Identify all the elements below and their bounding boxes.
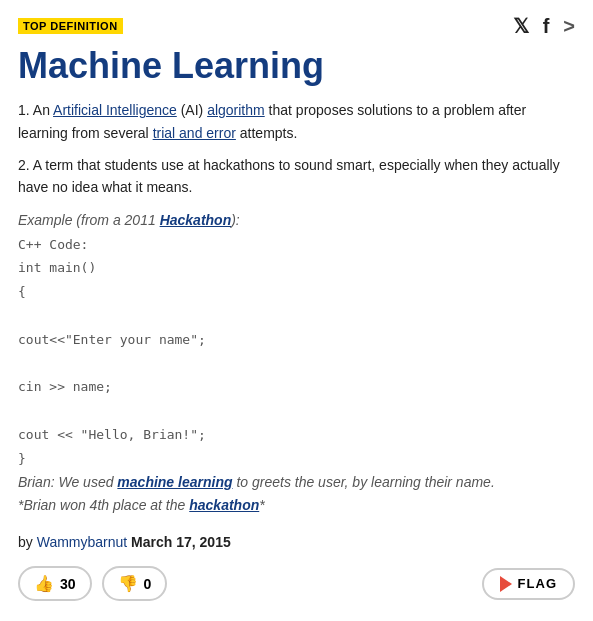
top-bar: TOP DEFINITION 𝕏 f > xyxy=(18,14,575,38)
example-block: Example (from a 2011 Hackathon): C++ Cod… xyxy=(18,209,575,518)
definition-2: 2. A term that students use at hackathon… xyxy=(18,154,575,199)
upvote-count: 30 xyxy=(60,576,76,592)
downvote-count: 0 xyxy=(144,576,152,592)
top-definition-badge: TOP DEFINITION xyxy=(18,18,123,34)
link-trial-and-error[interactable]: trial and error xyxy=(153,125,236,141)
flag-button[interactable]: FLAG xyxy=(482,568,575,600)
by-text: by xyxy=(18,534,33,550)
upvote-button[interactable]: 👍 30 xyxy=(18,566,92,601)
code-line-7: } xyxy=(18,451,26,466)
vote-buttons: 👍 30 👎 0 xyxy=(18,566,167,601)
link-hackathon[interactable]: Hackathon xyxy=(160,212,232,228)
code-line-2: int main() xyxy=(18,260,96,275)
flag-label: FLAG xyxy=(518,576,557,591)
thumbs-up-icon: 👍 xyxy=(34,574,54,593)
author-link[interactable]: Wammybarnut xyxy=(37,534,128,550)
link-machine-learning[interactable]: machine learning xyxy=(117,474,232,490)
downvote-button[interactable]: 👎 0 xyxy=(102,566,168,601)
thumbs-down-icon: 👎 xyxy=(118,574,138,593)
share-icon[interactable]: > xyxy=(563,15,575,38)
link-algorithm[interactable]: algorithm xyxy=(207,102,265,118)
link-artificial-intelligence[interactable]: Artificial Intelligence xyxy=(53,102,177,118)
link-hackathon-2[interactable]: hackathon xyxy=(189,497,259,513)
definition-1: 1. An Artificial Intelligence (AI) algor… xyxy=(18,99,575,144)
code-line-3: { xyxy=(18,284,26,299)
entry-title: Machine Learning xyxy=(18,44,575,87)
code-line-6: cout << "Hello, Brian!"; xyxy=(18,427,206,442)
social-icons: 𝕏 f > xyxy=(513,14,575,38)
twitter-icon[interactable]: 𝕏 xyxy=(513,14,529,38)
example-italic-2: *Brian won 4th place at the hackathon* xyxy=(18,497,265,513)
example-italic-1: Brian: We used machine learning to greet… xyxy=(18,474,495,490)
facebook-icon[interactable]: f xyxy=(543,15,550,38)
flag-icon xyxy=(500,576,512,592)
by-line: by Wammybarnut March 17, 2015 xyxy=(18,534,575,550)
example-intro: Example (from a 2011 Hackathon): xyxy=(18,212,240,228)
actions-bar: 👍 30 👎 0 FLAG xyxy=(18,566,575,601)
code-line-4: cout<<"Enter your name"; xyxy=(18,332,206,347)
code-line-1: C++ Code: xyxy=(18,237,88,252)
entry-date: March 17, 2015 xyxy=(131,534,231,550)
code-line-5: cin >> name; xyxy=(18,379,112,394)
